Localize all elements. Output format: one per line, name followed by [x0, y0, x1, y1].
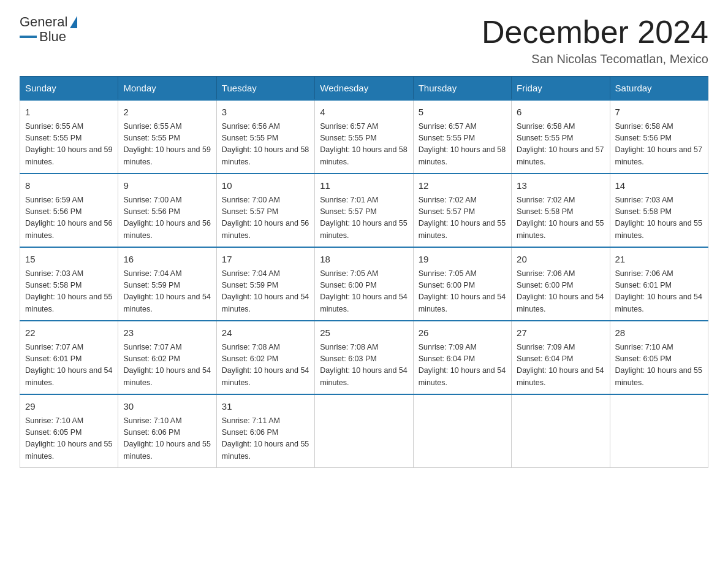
calendar-table: SundayMondayTuesdayWednesdayThursdayFrid…: [20, 76, 708, 468]
weekday-header-sunday: Sunday: [20, 77, 118, 101]
calendar-week-row: 15Sunrise: 7:03 AMSunset: 5:58 PMDayligh…: [20, 247, 708, 321]
logo-triangle-icon: [70, 16, 77, 28]
weekday-header-monday: Monday: [118, 77, 216, 101]
day-info: Sunrise: 7:02 AMSunset: 5:58 PMDaylight:…: [517, 194, 604, 242]
day-number: 6: [517, 105, 604, 120]
weekday-header-wednesday: Wednesday: [315, 77, 413, 101]
calendar-cell: [413, 394, 511, 468]
day-number: 21: [615, 253, 703, 267]
weekday-header-row: SundayMondayTuesdayWednesdayThursdayFrid…: [20, 77, 708, 101]
day-number: 3: [222, 105, 309, 120]
day-info: Sunrise: 7:08 AMSunset: 6:03 PMDaylight:…: [320, 342, 408, 389]
calendar-cell: 27Sunrise: 7:09 AMSunset: 6:04 PMDayligh…: [512, 321, 610, 394]
calendar-week-row: 22Sunrise: 7:07 AMSunset: 6:01 PMDayligh…: [20, 321, 708, 394]
calendar-cell: 29Sunrise: 7:10 AMSunset: 6:05 PMDayligh…: [20, 394, 118, 468]
day-number: 14: [615, 179, 703, 193]
calendar-cell: 16Sunrise: 7:04 AMSunset: 5:59 PMDayligh…: [118, 247, 216, 321]
day-number: 27: [517, 326, 604, 340]
logo-text-blue: Blue: [39, 29, 66, 44]
calendar-cell: 17Sunrise: 7:04 AMSunset: 5:59 PMDayligh…: [216, 247, 314, 321]
logo: General Blue: [20, 15, 77, 44]
calendar-cell: 13Sunrise: 7:02 AMSunset: 5:58 PMDayligh…: [512, 174, 610, 247]
day-info: Sunrise: 7:10 AMSunset: 6:06 PMDaylight:…: [123, 415, 211, 463]
calendar-cell: 18Sunrise: 7:05 AMSunset: 6:00 PMDayligh…: [315, 247, 413, 321]
calendar-cell: 15Sunrise: 7:03 AMSunset: 5:58 PMDayligh…: [20, 247, 118, 321]
day-info: Sunrise: 6:57 AMSunset: 5:55 PMDaylight:…: [320, 121, 408, 169]
day-info: Sunrise: 6:56 AMSunset: 5:55 PMDaylight:…: [222, 121, 309, 169]
calendar-cell: 3Sunrise: 6:56 AMSunset: 5:55 PMDaylight…: [216, 100, 314, 174]
location-subtitle: San Nicolas Tecomatlan, Mexico: [482, 52, 708, 66]
day-number: 17: [222, 253, 309, 267]
calendar-cell: 5Sunrise: 6:57 AMSunset: 5:55 PMDaylight…: [413, 100, 511, 174]
calendar-cell: 30Sunrise: 7:10 AMSunset: 6:06 PMDayligh…: [118, 394, 216, 468]
day-number: 11: [320, 179, 408, 193]
day-number: 13: [517, 179, 604, 193]
calendar-cell: 26Sunrise: 7:09 AMSunset: 6:04 PMDayligh…: [413, 321, 511, 394]
day-number: 12: [419, 179, 506, 193]
day-info: Sunrise: 6:59 AMSunset: 5:56 PMDaylight:…: [25, 194, 113, 242]
day-info: Sunrise: 6:55 AMSunset: 5:55 PMDaylight:…: [123, 121, 211, 169]
day-number: 4: [320, 105, 408, 120]
day-info: Sunrise: 7:09 AMSunset: 6:04 PMDaylight:…: [419, 342, 506, 389]
day-number: 26: [419, 326, 506, 340]
calendar-cell: 11Sunrise: 7:01 AMSunset: 5:57 PMDayligh…: [315, 174, 413, 247]
day-number: 8: [25, 179, 113, 193]
day-number: 2: [123, 105, 211, 120]
day-info: Sunrise: 7:06 AMSunset: 6:00 PMDaylight:…: [517, 268, 604, 316]
day-info: Sunrise: 7:05 AMSunset: 6:00 PMDaylight:…: [419, 268, 506, 316]
calendar-cell: 8Sunrise: 6:59 AMSunset: 5:56 PMDaylight…: [20, 174, 118, 247]
day-info: Sunrise: 6:55 AMSunset: 5:55 PMDaylight:…: [25, 121, 113, 169]
day-info: Sunrise: 7:06 AMSunset: 6:01 PMDaylight:…: [615, 268, 703, 316]
calendar-cell: 19Sunrise: 7:05 AMSunset: 6:00 PMDayligh…: [413, 247, 511, 321]
day-info: Sunrise: 7:07 AMSunset: 6:01 PMDaylight:…: [25, 342, 113, 389]
day-number: 25: [320, 326, 408, 340]
weekday-header-tuesday: Tuesday: [216, 77, 314, 101]
day-number: 23: [123, 326, 211, 340]
calendar-cell: 23Sunrise: 7:07 AMSunset: 6:02 PMDayligh…: [118, 321, 216, 394]
calendar-cell: 21Sunrise: 7:06 AMSunset: 6:01 PMDayligh…: [610, 247, 708, 321]
calendar-cell: [512, 394, 610, 468]
calendar-cell: 10Sunrise: 7:00 AMSunset: 5:57 PMDayligh…: [216, 174, 314, 247]
month-title: December 2024: [482, 15, 708, 50]
day-info: Sunrise: 7:04 AMSunset: 5:59 PMDaylight:…: [123, 268, 211, 316]
day-info: Sunrise: 7:05 AMSunset: 6:00 PMDaylight:…: [320, 268, 408, 316]
calendar-cell: 12Sunrise: 7:02 AMSunset: 5:57 PMDayligh…: [413, 174, 511, 247]
calendar-cell: 4Sunrise: 6:57 AMSunset: 5:55 PMDaylight…: [315, 100, 413, 174]
day-number: 5: [419, 105, 506, 120]
calendar-cell: 6Sunrise: 6:58 AMSunset: 5:55 PMDaylight…: [512, 100, 610, 174]
day-info: Sunrise: 7:01 AMSunset: 5:57 PMDaylight:…: [320, 194, 408, 242]
day-number: 28: [615, 326, 703, 340]
page-header: General Blue December 2024 San Nicolas T…: [20, 15, 708, 66]
day-number: 19: [419, 253, 506, 267]
calendar-cell: 31Sunrise: 7:11 AMSunset: 6:06 PMDayligh…: [216, 394, 314, 468]
calendar-cell: 9Sunrise: 7:00 AMSunset: 5:56 PMDaylight…: [118, 174, 216, 247]
day-info: Sunrise: 7:07 AMSunset: 6:02 PMDaylight:…: [123, 342, 211, 389]
calendar-cell: 14Sunrise: 7:03 AMSunset: 5:58 PMDayligh…: [610, 174, 708, 247]
day-info: Sunrise: 6:58 AMSunset: 5:56 PMDaylight:…: [615, 121, 703, 169]
day-number: 29: [25, 400, 113, 414]
day-number: 7: [615, 105, 703, 120]
calendar-cell: 28Sunrise: 7:10 AMSunset: 6:05 PMDayligh…: [610, 321, 708, 394]
day-info: Sunrise: 7:10 AMSunset: 6:05 PMDaylight:…: [25, 415, 113, 463]
calendar-week-row: 1Sunrise: 6:55 AMSunset: 5:55 PMDaylight…: [20, 100, 708, 174]
weekday-header-thursday: Thursday: [413, 77, 511, 101]
logo-text-general: General: [20, 15, 67, 29]
day-number: 16: [123, 253, 211, 267]
day-info: Sunrise: 7:09 AMSunset: 6:04 PMDaylight:…: [517, 342, 604, 389]
day-number: 24: [222, 326, 309, 340]
day-info: Sunrise: 7:00 AMSunset: 5:56 PMDaylight:…: [123, 194, 211, 242]
calendar-cell: 25Sunrise: 7:08 AMSunset: 6:03 PMDayligh…: [315, 321, 413, 394]
calendar-cell: 20Sunrise: 7:06 AMSunset: 6:00 PMDayligh…: [512, 247, 610, 321]
day-info: Sunrise: 7:00 AMSunset: 5:57 PMDaylight:…: [222, 194, 309, 242]
day-info: Sunrise: 6:57 AMSunset: 5:55 PMDaylight:…: [419, 121, 506, 169]
day-number: 15: [25, 253, 113, 267]
calendar-cell: 1Sunrise: 6:55 AMSunset: 5:55 PMDaylight…: [20, 100, 118, 174]
calendar-cell: 24Sunrise: 7:08 AMSunset: 6:02 PMDayligh…: [216, 321, 314, 394]
day-info: Sunrise: 7:08 AMSunset: 6:02 PMDaylight:…: [222, 342, 309, 389]
calendar-week-row: 8Sunrise: 6:59 AMSunset: 5:56 PMDaylight…: [20, 174, 708, 247]
day-info: Sunrise: 7:03 AMSunset: 5:58 PMDaylight:…: [25, 268, 113, 316]
day-info: Sunrise: 7:02 AMSunset: 5:57 PMDaylight:…: [419, 194, 506, 242]
title-block: December 2024 San Nicolas Tecomatlan, Me…: [482, 15, 708, 66]
day-number: 31: [222, 400, 309, 414]
day-info: Sunrise: 7:04 AMSunset: 5:59 PMDaylight:…: [222, 268, 309, 316]
